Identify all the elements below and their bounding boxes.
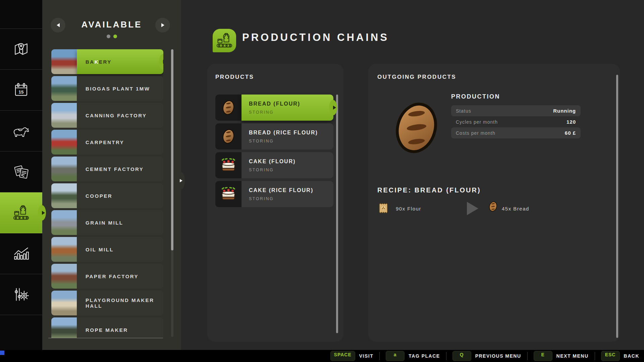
production-section-title: PRODUCTION [451,93,500,100]
key-badge: a [386,351,405,361]
product-item[interactable]: BREAD (FLOUR)STORING [215,95,333,121]
product-item[interactable]: CAKE (FLOUR)STORING [215,152,333,178]
product-item-body: BREAD (FLOUR)STORING [241,95,333,121]
outgoing-scrollbar[interactable] [616,75,618,338]
production-row-value: 60 £ [565,130,576,136]
page-indicator-dots [42,35,181,38]
key-label: E [541,352,544,357]
outgoing-panel-title: OUTGOING PRODUCTS [377,74,456,80]
production-table-row: Cycles per month120 [451,116,581,127]
building-thumbnail [51,291,77,315]
building-thumbnail [51,157,77,181]
page-dot [113,35,117,38]
hotkey-divider [595,352,595,360]
key-label: a [394,352,397,357]
sidebar-item-calendar[interactable]: 15 [0,70,42,111]
product-label: CAKE (RICE FLOUR) [249,187,333,193]
key-badge: E [534,351,552,361]
sidebar-item-statistics[interactable] [0,233,42,274]
building-item[interactable]: OIL MILL [51,237,163,262]
hotkey-bar: SPACEVISITaTAG PLACEQPREVIOUS MENUENEXT … [0,350,644,362]
building-label: BAKERY [86,59,112,65]
building-item[interactable]: CEMENT FACTORY [51,157,163,181]
building-thumbnail [51,210,77,235]
cow-icon [12,124,30,138]
building-item[interactable]: COOPER [51,183,163,208]
building-item[interactable]: GRAIN MILL [51,210,163,235]
bread-icon [215,123,241,149]
settings-icon [13,287,30,302]
building-label: BIOGAS PLANT 1MW [86,86,150,92]
calendar-icon: 15 [13,82,30,98]
building-item[interactable]: BAKERY [51,49,163,74]
hotkey-divider [379,352,380,360]
production-chains-badge [213,29,236,52]
svg-text:15: 15 [19,89,24,95]
building-item[interactable]: CARPENTRY [51,130,163,155]
building-label: COOPER [86,193,112,199]
building-label: CEMENT FACTORY [86,166,144,172]
bread-icon [215,95,241,121]
building-label: GRAIN MILL [86,220,123,226]
hotkey-action-label: VISIT [359,353,374,359]
hotkey-visit[interactable]: SPACEVISIT [330,351,374,361]
cake-icon [215,152,241,178]
product-item-body: CAKE (FLOUR)STORING [241,152,333,178]
building-label: PLAYGROUND MAKER HALL [86,297,163,309]
building-item-body: CEMENT FACTORY [77,157,163,181]
panel-expand-handle[interactable] [177,172,185,189]
production-row-value: Running [553,108,576,114]
product-item[interactable]: CAKE (RICE FLOUR)STORING [215,181,333,207]
building-item-body: PLAYGROUND MAKER HALL [77,291,163,315]
production-row-value: 120 [567,119,576,125]
page-next-button[interactable] [155,18,170,33]
hotkey-action-label: PREVIOUS MENU [475,353,521,359]
stats-icon [13,246,30,261]
product-label: CAKE (FLOUR) [249,159,333,165]
sidebar-item-animals[interactable] [0,111,42,152]
production-table-row: StatusRunning [451,105,581,116]
recipe-section-title: RECIPE: BREAD (FLOUR) [377,186,481,194]
building-item-body: OIL MILL [77,237,163,262]
building-label-part: ERY [99,59,112,65]
building-thumbnail [51,130,77,155]
building-item-body: BAKERY [77,49,163,74]
cake-icon [215,181,241,207]
key-badge: ESC [601,351,620,361]
map-icon [12,42,30,57]
hotkey-tag-place[interactable]: aTAG PLACE [386,351,440,361]
hotkey-list: SPACEVISITaTAG PLACEQPREVIOUS MENUENEXT … [330,350,639,362]
products-panel: PRODUCTS BREAD (FLOUR)STORINGBREAD (RICE… [207,64,343,342]
building-item[interactable]: PLAYGROUND MAKER HALL [51,291,163,315]
building-item-body: COOPER [77,183,163,208]
building-thumbnail [51,317,77,338]
production-chains-screen: 15 AVAILABLE BAKERYBIOGAS PLANT 1MWCANNI… [0,0,644,362]
products-panel-title: PRODUCTS [215,74,254,80]
right-arrow-icon [161,23,164,27]
sidebar-spacer [0,0,42,29]
sidebar-item-settings[interactable] [0,274,42,315]
building-item[interactable]: PAPER FACTORY [51,264,163,289]
hotkey-back[interactable]: ESCBACK [601,351,639,361]
product-label: BREAD (FLOUR) [249,101,333,107]
sidebar-item-production[interactable] [0,192,42,233]
product-list-scrollbar[interactable] [336,95,338,333]
product-item[interactable]: BREAD (RICE FLOUR)STORING [215,123,333,149]
recipe-row: 90x Flour 45x Bread [368,199,620,219]
chevron-right-icon [163,60,163,64]
scrollbar-thumb[interactable] [171,49,173,250]
building-item[interactable]: CANNING FACTORY [51,103,163,128]
building-item[interactable]: BIOGAS PLANT 1MW [51,76,163,101]
building-list-scrollbar[interactable] [171,49,173,337]
building-thumbnail [51,49,77,74]
building-list: BAKERYBIOGAS PLANT 1MWCANNING FACTORYCAR… [51,49,163,338]
building-item-body: PAPER FACTORY [77,264,163,289]
hotkey-action-label: BACK [624,353,639,359]
building-item-body: CANNING FACTORY [77,103,163,128]
sidebar-item-contracts[interactable] [0,152,42,192]
hotkey-next-menu[interactable]: ENEXT MENU [534,351,589,361]
hotkey-previous-menu[interactable]: QPREVIOUS MENU [452,351,521,361]
building-item[interactable]: ROPE MAKER [51,317,163,338]
sidebar-item-map[interactable] [0,29,42,70]
production-table-row: Costs per month60 £ [451,127,581,138]
